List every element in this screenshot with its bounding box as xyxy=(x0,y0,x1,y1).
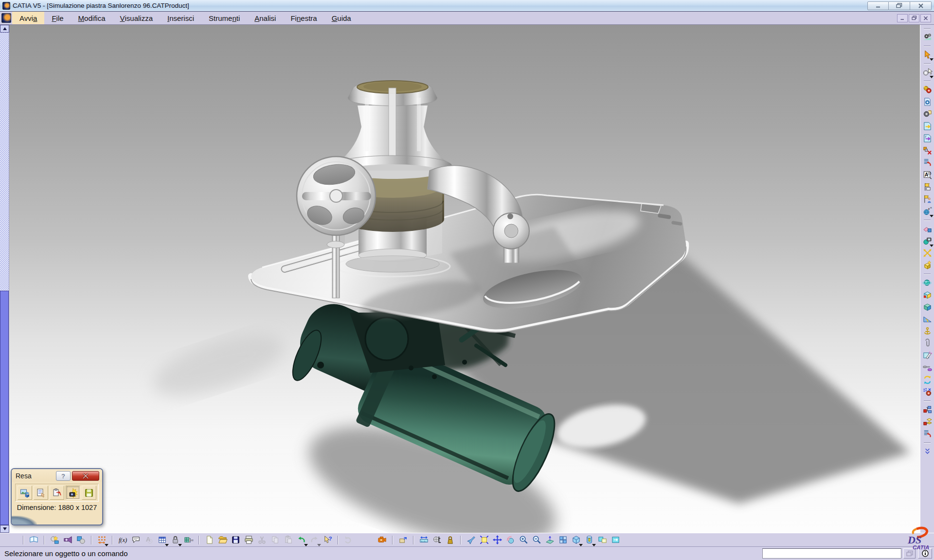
shoot-box-button[interactable] xyxy=(396,534,410,546)
menu-item-inserisci[interactable]: Inserisci xyxy=(160,12,201,24)
save-render-button[interactable] xyxy=(82,486,96,500)
dropdown-arrow-icon[interactable] xyxy=(304,544,308,546)
create-scene-button[interactable] xyxy=(18,486,32,500)
document-icon[interactable] xyxy=(1,13,11,23)
mdi-minimize-button[interactable] xyxy=(897,14,908,22)
open-button[interactable] xyxy=(216,534,229,546)
dropdown-arrow-icon[interactable] xyxy=(105,544,108,546)
protractor-button[interactable] xyxy=(921,313,934,325)
dropdown-arrow-icon[interactable] xyxy=(930,58,934,61)
catalog-browser-button[interactable] xyxy=(27,534,40,546)
quick-render-button[interactable] xyxy=(376,534,389,546)
toolbar-separator[interactable] xyxy=(924,220,931,221)
generate-mechanism-button[interactable] xyxy=(921,108,934,120)
fly-mode-button[interactable] xyxy=(465,534,478,546)
dialog-close-button[interactable] xyxy=(72,471,99,481)
menu-item-modifica[interactable]: Modifica xyxy=(71,12,113,24)
dropdown-arrow-icon[interactable] xyxy=(592,544,596,546)
dropdown-arrow-icon[interactable] xyxy=(930,215,934,217)
toolbar-separator[interactable] xyxy=(112,536,113,544)
toolbar-separator[interactable] xyxy=(460,536,461,544)
product-structure-button[interactable] xyxy=(921,403,934,416)
export-data-button[interactable] xyxy=(921,120,934,132)
transfer-render-button[interactable] xyxy=(50,486,64,500)
minimize-button[interactable] xyxy=(867,1,889,10)
titlebar[interactable]: CATIA V5 - [Simulazione piastra Sanloren… xyxy=(0,0,934,12)
toolbar-separator[interactable] xyxy=(338,536,339,544)
select-button[interactable] xyxy=(921,49,934,61)
toolbar-separator[interactable] xyxy=(924,81,931,82)
print-button[interactable] xyxy=(242,534,255,546)
delete-component-button[interactable] xyxy=(921,144,934,157)
update-button[interactable] xyxy=(342,534,355,546)
simulation-doc-button[interactable] xyxy=(921,96,934,108)
scroll-thumb[interactable] xyxy=(0,291,9,525)
anchor-button[interactable] xyxy=(921,325,934,337)
toolbar-separator[interactable] xyxy=(198,536,199,544)
save-button[interactable] xyxy=(229,534,242,546)
viewport-3d[interactable]: Resa ? Dimensione: 1880 x 1027 xyxy=(9,25,920,533)
toolbar-separator[interactable] xyxy=(924,401,931,402)
toolbar-separator[interactable] xyxy=(924,63,931,64)
mdi-restore-button[interactable] xyxy=(909,14,919,22)
attach-button[interactable] xyxy=(921,337,934,350)
mechanism-analysis-button[interactable] xyxy=(921,386,934,398)
material-render-button[interactable] xyxy=(48,534,61,546)
export-formula-button[interactable]: f xyxy=(921,132,934,144)
scene-options-button[interactable] xyxy=(34,486,48,500)
menu-item-finestra[interactable]: Finestra xyxy=(283,12,324,24)
manipulation-button[interactable] xyxy=(921,66,934,78)
annotation-button[interactable]: A15 xyxy=(921,169,934,181)
power-input[interactable] xyxy=(762,548,901,559)
menu-item-analisi[interactable]: Analisi xyxy=(247,12,283,24)
apply-material-button[interactable] xyxy=(921,223,934,235)
create-views-button[interactable] xyxy=(557,534,570,546)
scroll-up-button[interactable] xyxy=(0,25,9,33)
toolbar-separator[interactable] xyxy=(924,442,931,443)
update-all-button[interactable] xyxy=(921,31,934,43)
comment-button[interactable] xyxy=(129,534,143,546)
close-button[interactable] xyxy=(910,1,932,10)
render-dialog-titlebar[interactable]: Resa ? xyxy=(12,469,102,482)
measure-inertia-button[interactable] xyxy=(444,534,457,546)
knowledge-formula-button[interactable]: xn xyxy=(921,205,934,217)
toolbar-separator[interactable] xyxy=(392,536,393,544)
more-toolbars-button[interactable] xyxy=(921,445,934,457)
zoom-in-button[interactable] xyxy=(517,534,530,546)
dropdown-arrow-icon[interactable] xyxy=(317,544,321,546)
generate-structure-button[interactable] xyxy=(921,416,934,428)
zoom-out-button[interactable] xyxy=(530,534,543,546)
new-component-button[interactable] xyxy=(921,259,934,271)
reset-list-button[interactable] xyxy=(921,157,934,169)
menu-item-avvia[interactable]: Avvia xyxy=(12,12,44,24)
toolbar-separator[interactable] xyxy=(91,536,92,544)
rendered-model[interactable] xyxy=(9,25,920,533)
lock-button[interactable] xyxy=(169,534,182,546)
render-shot-button[interactable] xyxy=(66,486,80,500)
mdi-close-button[interactable] xyxy=(920,14,931,22)
toolbar-separator[interactable] xyxy=(924,46,931,47)
rotate-button[interactable] xyxy=(504,534,517,546)
design-table-button[interactable] xyxy=(156,534,169,546)
menu-item-strumenti[interactable]: Strumenti xyxy=(201,12,247,24)
dropdown-arrow-icon[interactable] xyxy=(579,544,583,546)
isometric-view-button[interactable] xyxy=(570,534,583,546)
menu-item-file[interactable]: File xyxy=(44,12,71,24)
redo-button[interactable] xyxy=(308,534,321,546)
render-camera-button[interactable] xyxy=(921,235,934,247)
hide-show-button[interactable] xyxy=(596,534,609,546)
toolbar-separator[interactable] xyxy=(924,28,931,29)
flag-note-button[interactable] xyxy=(921,181,934,193)
restore-button[interactable] xyxy=(889,1,910,10)
new-document-button[interactable] xyxy=(203,534,216,546)
cut-button[interactable] xyxy=(255,534,269,546)
knowledge-table-button[interactable]: }= xyxy=(182,534,195,546)
copy-button[interactable] xyxy=(269,534,282,546)
whats-this-button[interactable]: ? xyxy=(321,534,334,546)
section-box-button[interactable] xyxy=(921,289,934,301)
environment-button[interactable] xyxy=(921,277,934,289)
scroll-down-button[interactable] xyxy=(0,525,9,533)
render-style-button[interactable] xyxy=(583,534,596,546)
pan-button[interactable] xyxy=(491,534,504,546)
measure-item-button[interactable] xyxy=(431,534,444,546)
